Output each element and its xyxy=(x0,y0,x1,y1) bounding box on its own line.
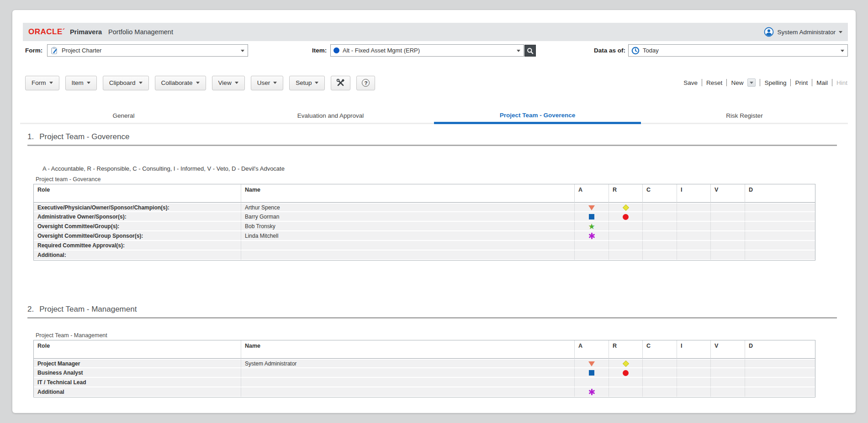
tab-project-team-goverence[interactable]: Project Team - Goverence xyxy=(434,109,641,124)
raci-cell-i[interactable] xyxy=(677,359,711,368)
raci-cell-r[interactable] xyxy=(609,212,643,222)
spelling-link[interactable]: Spelling xyxy=(764,79,786,86)
raci-cell-v[interactable] xyxy=(711,203,745,212)
raci-cell-c[interactable] xyxy=(643,241,677,251)
raci-cell-v[interactable] xyxy=(711,212,745,222)
raci-cell-d[interactable] xyxy=(745,387,815,397)
column-header-c: C xyxy=(643,184,677,203)
tab-general[interactable]: General xyxy=(20,109,227,124)
menu-button-item[interactable]: Item xyxy=(65,76,97,90)
menu-button-label: Collaborate xyxy=(161,79,193,86)
name-cell[interactable] xyxy=(241,251,575,260)
name-cell[interactable] xyxy=(241,378,575,387)
raci-cell-i[interactable] xyxy=(677,203,711,212)
raci-cell-i[interactable] xyxy=(677,378,711,387)
menu-button-collaborate[interactable]: Collaborate xyxy=(155,76,206,90)
name-cell[interactable]: Linda Mitchell xyxy=(241,231,575,241)
menu-button-clipboard[interactable]: Clipboard xyxy=(103,76,149,90)
save-link[interactable]: Save xyxy=(683,79,698,86)
raci-cell-i[interactable] xyxy=(677,231,711,241)
raci-cell-v[interactable] xyxy=(711,241,745,251)
help-button[interactable]: ? xyxy=(356,76,375,90)
new-dropdown-button[interactable] xyxy=(747,78,756,87)
raci-cell-v[interactable] xyxy=(711,231,745,241)
raci-cell-a[interactable]: ★ xyxy=(575,222,609,231)
raci-cell-a[interactable] xyxy=(575,368,609,378)
raci-cell-a[interactable] xyxy=(575,251,609,260)
raci-cell-i[interactable] xyxy=(677,368,711,378)
raci-cell-r[interactable] xyxy=(609,241,643,251)
name-cell[interactable] xyxy=(241,241,575,251)
raci-cell-v[interactable] xyxy=(711,222,745,231)
raci-cell-i[interactable] xyxy=(677,251,711,260)
raci-cell-d[interactable] xyxy=(745,378,815,387)
raci-cell-r[interactable] xyxy=(609,203,643,212)
menu-button-view[interactable]: View xyxy=(212,76,245,90)
raci-cell-d[interactable] xyxy=(745,241,815,251)
raci-cell-v[interactable] xyxy=(711,378,745,387)
data-as-of-select[interactable]: Today xyxy=(628,44,848,57)
name-cell[interactable]: Barry Gorman xyxy=(241,212,575,222)
raci-cell-c[interactable] xyxy=(643,231,677,241)
user-name: System Administrator xyxy=(777,29,836,36)
raci-cell-d[interactable] xyxy=(745,212,815,222)
raci-cell-i[interactable] xyxy=(677,241,711,251)
raci-cell-a[interactable] xyxy=(575,378,609,387)
name-cell[interactable]: Bob Tronsky xyxy=(241,222,575,231)
tools-button[interactable] xyxy=(331,76,350,90)
raci-cell-i[interactable] xyxy=(677,387,711,397)
name-cell[interactable] xyxy=(241,368,575,378)
raci-cell-a[interactable] xyxy=(575,203,609,212)
raci-cell-r[interactable] xyxy=(609,222,643,231)
raci-cell-d[interactable] xyxy=(745,359,815,368)
raci-cell-d[interactable] xyxy=(745,203,815,212)
raci-cell-v[interactable] xyxy=(711,387,745,397)
print-link[interactable]: Print xyxy=(795,79,808,86)
raci-cell-c[interactable] xyxy=(643,378,677,387)
raci-cell-d[interactable] xyxy=(745,231,815,241)
raci-cell-c[interactable] xyxy=(643,251,677,260)
raci-cell-r[interactable] xyxy=(609,378,643,387)
reset-link[interactable]: Reset xyxy=(706,79,722,86)
raci-cell-i[interactable] xyxy=(677,222,711,231)
item-select[interactable]: Alt - Fixed Asset Mgmt (ERP) xyxy=(330,44,524,57)
raci-cell-c[interactable] xyxy=(643,368,677,378)
name-cell[interactable]: Arthur Spence xyxy=(241,203,575,212)
raci-cell-v[interactable] xyxy=(711,368,745,378)
menu-button-setup[interactable]: Setup xyxy=(289,76,325,90)
new-link[interactable]: New xyxy=(731,79,743,86)
raci-cell-r[interactable] xyxy=(609,387,643,397)
name-cell[interactable] xyxy=(241,387,575,397)
raci-cell-d[interactable] xyxy=(745,251,815,260)
raci-cell-c[interactable] xyxy=(643,212,677,222)
raci-cell-c[interactable] xyxy=(643,222,677,231)
raci-cell-a[interactable] xyxy=(575,387,609,397)
raci-cell-c[interactable] xyxy=(643,387,677,397)
raci-cell-a[interactable] xyxy=(575,359,609,368)
raci-cell-d[interactable] xyxy=(745,368,815,378)
raci-cell-r[interactable] xyxy=(609,368,643,378)
raci-cell-v[interactable] xyxy=(711,251,745,260)
menu-button-user[interactable]: User xyxy=(251,76,284,90)
raci-cell-a[interactable] xyxy=(575,231,609,241)
raci-cell-a[interactable] xyxy=(575,212,609,222)
name-cell[interactable]: System Administrator xyxy=(241,359,575,368)
raci-cell-c[interactable] xyxy=(643,359,677,368)
raci-cell-d[interactable] xyxy=(745,222,815,231)
column-header-c: C xyxy=(643,340,677,359)
raci-cell-r[interactable] xyxy=(609,359,643,368)
mail-link[interactable]: Mail xyxy=(816,79,828,86)
item-search-button[interactable] xyxy=(524,45,536,57)
user-menu[interactable]: System Administrator xyxy=(764,27,842,37)
menu-button-form[interactable]: Form xyxy=(25,76,59,90)
role-cell: Additional xyxy=(34,387,241,397)
form-select[interactable]: Project Charter xyxy=(47,44,248,57)
raci-cell-v[interactable] xyxy=(711,359,745,368)
raci-cell-i[interactable] xyxy=(677,212,711,222)
tab-evaluation-and-approval[interactable]: Evaluation and Approval xyxy=(227,109,434,124)
raci-cell-r[interactable] xyxy=(609,231,643,241)
raci-cell-c[interactable] xyxy=(643,203,677,212)
raci-cell-r[interactable] xyxy=(609,251,643,260)
tab-risk-register[interactable]: Risk Register xyxy=(641,109,848,124)
raci-cell-a[interactable] xyxy=(575,241,609,251)
